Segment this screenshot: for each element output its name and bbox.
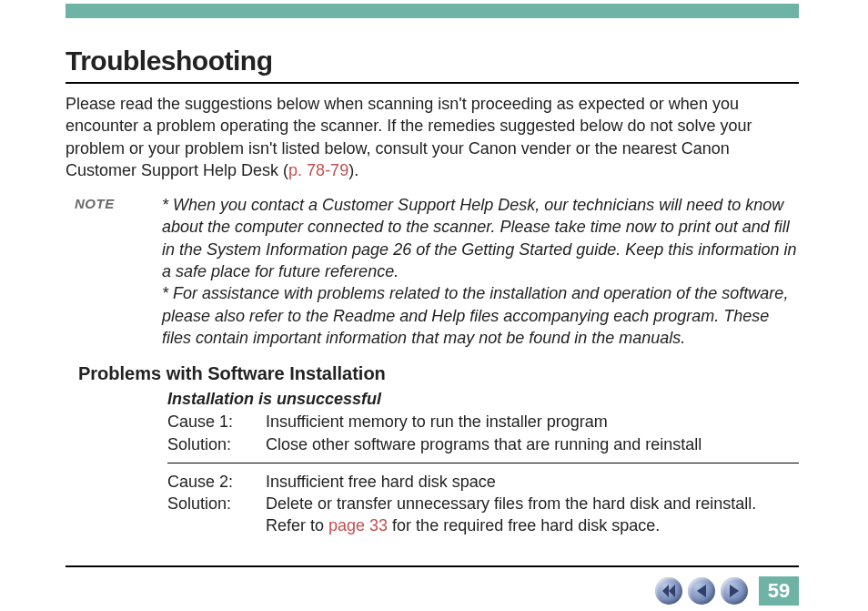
section-heading: Problems with Software Installation [78,363,799,384]
note-paragraph-2: * For assistance with problems related t… [162,282,799,349]
page-33-link[interactable]: page 33 [328,516,388,535]
main-content: Troubleshooting Please read the suggesti… [66,46,799,537]
cause-row-2: Cause 2: Insufficient free hard disk spa… [167,471,799,493]
solution-1-label: Solution: [167,433,266,455]
note-block: NOTE * When you contact a Customer Suppo… [66,194,799,349]
left-icon [696,585,707,597]
footer-rule [66,565,799,567]
intro-text-1: Please read the suggestions below when s… [66,95,752,179]
intro-text-2: ). [348,161,358,179]
page-number: 59 [768,579,790,603]
problem-block-2: Cause 2: Insufficient free hard disk spa… [167,471,799,537]
cause-row-1: Cause 1: Insufficient memory to run the … [167,411,799,433]
intro-paragraph: Please read the suggestions below when s… [66,93,799,181]
solution-row-1: Solution: Close other software programs … [167,433,799,455]
solution-2-text-b: for the required free hard disk space. [388,516,660,535]
subsection-heading: Installation is unsuccessful [167,390,799,409]
solution-2-text: Delete or transfer unnecessary files fro… [266,493,799,537]
header-accent-bar [66,4,799,18]
note-body: * When you contact a Customer Support He… [162,194,799,349]
note-paragraph-1: * When you contact a Customer Support He… [162,194,799,282]
cause-1-text: Insufficient memory to run the installer… [266,411,799,433]
double-left-icon [661,585,676,597]
cause-2-label: Cause 2: [167,471,266,493]
right-icon [729,585,740,597]
solution-1-text: Close other software programs that are r… [266,433,799,455]
solution-2-label: Solution: [167,493,266,537]
footer-nav: 59 [655,576,799,606]
page-number-badge: 59 [759,576,799,606]
nav-next-button[interactable] [721,577,748,605]
solution-row-2: Solution: Delete or transfer unnecessary… [167,493,799,537]
cause-2-text: Insufficient free hard disk space [266,471,799,493]
problem-block-1: Cause 1: Insufficient memory to run the … [167,411,799,455]
note-label: NOTE [66,196,115,211]
cause-1-label: Cause 1: [167,411,266,433]
note-icon: NOTE [66,194,162,212]
page-reference-link[interactable]: p. 78-79 [288,161,348,179]
nav-prev-button[interactable] [688,577,715,605]
title-rule [66,82,799,84]
problem-divider [167,463,799,463]
nav-first-button[interactable] [655,577,682,605]
page-title: Troubleshooting [66,46,799,76]
